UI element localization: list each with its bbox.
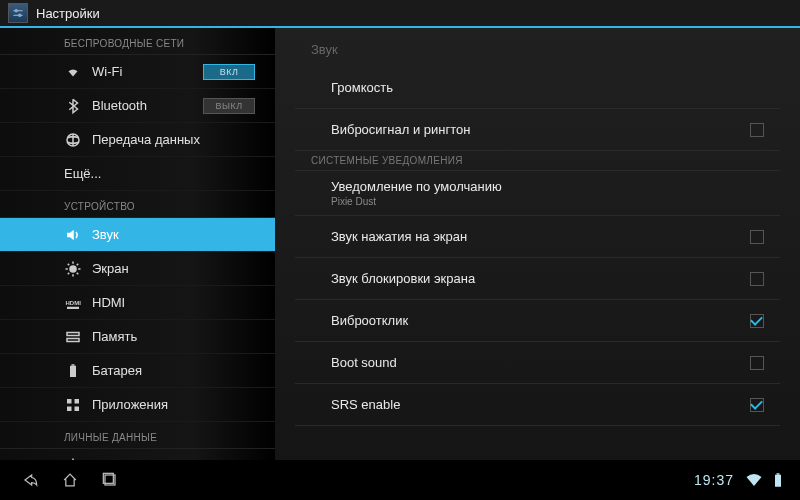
setting-row[interactable]: Уведомление по умолчаниюPixie Dust xyxy=(295,171,780,216)
detail-panel[interactable]: ЗвукГромкостьВибросигнал и рингтонСИСТЕМ… xyxy=(275,28,800,460)
sidebar-item-label: Bluetooth xyxy=(92,98,147,113)
home-button[interactable] xyxy=(50,460,90,500)
checkbox[interactable] xyxy=(750,230,764,244)
checkbox[interactable] xyxy=(750,314,764,328)
sidebar-item-память[interactable]: Память xyxy=(0,320,275,354)
sidebar-item-батарея[interactable]: Батарея xyxy=(0,354,275,388)
sidebar-item-label: Батарея xyxy=(92,363,142,378)
apps-icon xyxy=(64,396,82,414)
svg-rect-34 xyxy=(777,473,780,475)
battery-icon xyxy=(64,362,82,380)
hdmi-icon: HDMI xyxy=(64,294,82,312)
wifi-status-icon xyxy=(745,471,763,489)
sidebar-section-header: УСТРОЙСТВО xyxy=(0,191,275,218)
svg-line-12 xyxy=(68,272,70,274)
sidebar[interactable]: БЕСПРОВОДНЫЕ СЕТИWi-FiВКЛBluetoothВЫКЛПе… xyxy=(0,28,275,460)
main-content: БЕСПРОВОДНЫЕ СЕТИWi-FiВКЛBluetoothВЫКЛПе… xyxy=(0,28,800,460)
sidebar-item-wi-fi[interactable]: Wi-FiВКЛ xyxy=(0,55,275,89)
sidebar-item-label: Ещё... xyxy=(64,166,101,181)
display-icon xyxy=(64,260,82,278)
svg-line-13 xyxy=(77,263,79,265)
setting-title: SRS enable xyxy=(331,397,750,412)
nav-bar: 19:37 xyxy=(0,460,800,500)
setting-row[interactable]: Звук нажатия на экран xyxy=(295,216,780,258)
toggle-switch[interactable]: ВКЛ xyxy=(203,64,255,80)
setting-row[interactable]: Виброотклик xyxy=(295,300,780,342)
battery-status-icon xyxy=(769,471,787,489)
sidebar-section-header: БЕСПРОВОДНЫЕ СЕТИ xyxy=(0,28,275,55)
svg-rect-15 xyxy=(67,306,79,308)
setting-row[interactable]: Boot sound xyxy=(295,342,780,384)
detail-group-header: СИСТЕМНЫЕ УВЕДОМЛЕНИЯ xyxy=(295,151,780,171)
bluetooth-icon xyxy=(64,97,82,115)
setting-row[interactable]: Громкость xyxy=(295,67,780,109)
sidebar-item-label: Память xyxy=(92,329,137,344)
sidebar-item-label: Wi-Fi xyxy=(92,64,122,79)
svg-text:HDMI: HDMI xyxy=(66,300,82,306)
setting-row[interactable]: Звук блокировки экрана xyxy=(295,258,780,300)
svg-point-5 xyxy=(70,266,76,272)
svg-rect-33 xyxy=(775,475,781,487)
status-clock: 19:37 xyxy=(694,472,734,488)
title-bar: Настройки xyxy=(0,0,800,28)
sidebar-item-звук[interactable]: Звук xyxy=(0,218,275,252)
sidebar-item-label: Экран xyxy=(92,261,129,276)
setting-row[interactable]: SRS enable xyxy=(295,384,780,426)
setting-subtitle: Pixie Dust xyxy=(331,196,764,207)
sound-icon xyxy=(64,226,82,244)
sidebar-item-label: Приложения xyxy=(92,397,168,412)
svg-rect-17 xyxy=(67,338,79,341)
storage-icon xyxy=(64,328,82,346)
settings-app-icon xyxy=(8,3,28,23)
sidebar-item-мое-местоположение[interactable]: Мое местоположение xyxy=(0,449,275,460)
svg-line-10 xyxy=(68,263,70,265)
setting-title: Звук нажатия на экран xyxy=(331,229,750,244)
sidebar-item-передача-данных[interactable]: Передача данных xyxy=(0,123,275,157)
sidebar-item-приложения[interactable]: Приложения xyxy=(0,388,275,422)
setting-row[interactable]: Вибросигнал и рингтон xyxy=(295,109,780,151)
svg-rect-16 xyxy=(67,332,79,335)
detail-title: Звук xyxy=(295,28,780,67)
data-icon xyxy=(64,131,82,149)
svg-rect-22 xyxy=(67,406,72,411)
svg-rect-19 xyxy=(72,364,75,366)
sidebar-item-label: HDMI xyxy=(92,295,125,310)
setting-title: Уведомление по умолчанию xyxy=(331,179,764,194)
svg-line-11 xyxy=(77,272,79,274)
checkbox[interactable] xyxy=(750,398,764,412)
svg-rect-21 xyxy=(75,399,80,404)
sidebar-item-ещ-[interactable]: Ещё... xyxy=(0,157,275,191)
checkbox[interactable] xyxy=(750,272,764,286)
checkbox[interactable] xyxy=(750,123,764,137)
setting-title: Звук блокировки экрана xyxy=(331,271,750,286)
svg-rect-23 xyxy=(75,406,80,411)
sidebar-section-header: ЛИЧНЫЕ ДАННЫЕ xyxy=(0,422,275,449)
sidebar-item-экран[interactable]: Экран xyxy=(0,252,275,286)
setting-title: Вибросигнал и рингтон xyxy=(331,122,750,137)
wifi-icon xyxy=(64,63,82,81)
sidebar-item-bluetooth[interactable]: BluetoothВЫКЛ xyxy=(0,89,275,123)
svg-rect-20 xyxy=(67,399,72,404)
sidebar-item-label: Звук xyxy=(92,227,119,242)
svg-point-2 xyxy=(15,10,17,12)
checkbox[interactable] xyxy=(750,356,764,370)
setting-title: Громкость xyxy=(331,80,764,95)
svg-point-3 xyxy=(19,14,21,16)
sidebar-item-hdmi[interactable]: HDMIHDMI xyxy=(0,286,275,320)
setting-title: Boot sound xyxy=(331,355,750,370)
svg-rect-18 xyxy=(70,365,76,376)
toggle-switch[interactable]: ВЫКЛ xyxy=(203,98,255,114)
recent-apps-button[interactable] xyxy=(90,460,130,500)
back-button[interactable] xyxy=(10,460,50,500)
setting-title: Виброотклик xyxy=(331,313,750,328)
page-title: Настройки xyxy=(36,6,100,21)
sidebar-item-label: Передача данных xyxy=(92,132,200,147)
